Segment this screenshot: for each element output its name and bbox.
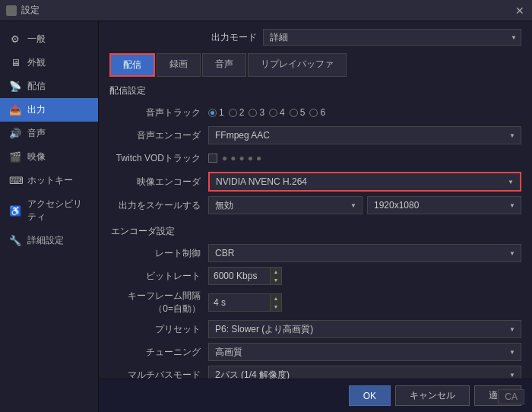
content-area: 出力モード 詳細 基本 配信 録画 音声 xyxy=(99,21,532,379)
multipass-row: マルチパスモード 2パス (1/4 解像度) 2パス (完全解像度) 1パス xyxy=(109,366,521,379)
ok-button[interactable]: OK xyxy=(349,385,391,406)
radio-dot-3[interactable] xyxy=(249,109,257,117)
tab-replay-buffer[interactable]: リプレイバッファ xyxy=(248,53,347,77)
rescale-mode-select[interactable]: 無効 1920x1080 xyxy=(208,196,363,214)
sidebar-label-audio: 音声 xyxy=(27,127,46,140)
video-encoder-row: 映像エンコーダ NVIDIA NVENC H.264 x264 QuickSyn… xyxy=(109,172,521,192)
rescale-output-row: 出力をスケールする 無効 1920x1080 1920x1080 1280x72… xyxy=(109,196,521,214)
sidebar-item-accessibility[interactable]: ♿ アクセシビリティ xyxy=(0,192,98,229)
audio-track-4[interactable]: 4 xyxy=(269,107,285,118)
bitrate-label: ビットレート xyxy=(109,270,208,283)
sidebar-item-streaming[interactable]: 📡 配信 xyxy=(0,74,98,98)
audio-encoder-control: FFmpeg AAC CoreAudio AAC xyxy=(208,126,521,144)
bottom-bar: OK キャンセル 適用 xyxy=(99,379,532,412)
bitrate-input[interactable] xyxy=(209,268,270,284)
twitch-vod-row: Twitch VODトラック ● ● ● ● ● xyxy=(109,149,521,167)
video-encoder-label: 映像エンコーダ xyxy=(109,176,208,189)
preset-control: P6: Slower (より高画質) P5: Slow P4: Medium xyxy=(208,320,521,338)
encoder-section: エンコーダ設定 レート制御 CBR VBR CQP xyxy=(109,225,521,379)
rate-control-select[interactable]: CBR VBR CQP xyxy=(208,244,521,262)
bitrate-row: ビットレート ▲ ▼ xyxy=(109,267,521,285)
tab-recording[interactable]: 録画 xyxy=(157,53,201,77)
video-encoder-select-wrapper: NVIDIA NVENC H.264 x264 QuickSync H.264 xyxy=(210,173,520,190)
rescale-res-wrapper: 1920x1080 1280x720 xyxy=(367,196,521,214)
audio-track-1[interactable]: 1 xyxy=(208,107,224,118)
rate-control-control: CBR VBR CQP xyxy=(208,244,521,262)
sidebar-label-appearance: 外観 xyxy=(27,56,46,69)
keyframe-spinner: ▲ ▼ xyxy=(208,293,282,312)
preset-wrapper: P6: Slower (より高画質) P5: Slow P4: Medium xyxy=(208,320,521,338)
rescale-output-label: 出力をスケールする xyxy=(109,199,208,212)
output-mode-row: 出力モード 詳細 基本 xyxy=(109,29,521,46)
sidebar-label-general: 一般 xyxy=(27,33,46,46)
radio-dot-5[interactable] xyxy=(290,109,298,117)
radio-dot-4[interactable] xyxy=(269,109,277,117)
audio-track-radio-group: 1 2 3 4 xyxy=(208,107,325,118)
output-mode-select[interactable]: 詳細 基本 xyxy=(263,29,521,46)
radio-dot-2[interactable] xyxy=(229,109,237,117)
sidebar-label-streaming: 配信 xyxy=(27,80,46,93)
sidebar-item-audio[interactable]: 🔊 音声 xyxy=(0,122,98,145)
twitch-vod-dots: ● ● ● ● ● xyxy=(222,153,261,163)
ca-badge: CA xyxy=(498,389,524,404)
sidebar-item-video[interactable]: 🎬 映像 xyxy=(0,145,98,169)
bitrate-up[interactable]: ▲ xyxy=(271,268,281,276)
audio-track-label: 音声トラック xyxy=(109,106,208,119)
sidebar-label-advanced: 詳細設定 xyxy=(27,234,64,247)
title-bar: 設定 ✕ xyxy=(0,0,532,21)
rate-control-wrapper: CBR VBR CQP xyxy=(208,244,521,262)
tuning-select[interactable]: 高画質 低レイテンシ xyxy=(208,343,521,361)
sidebar-label-output: 出力 xyxy=(27,103,46,116)
keyframe-input[interactable] xyxy=(209,294,270,311)
audio-icon: 🔊 xyxy=(9,128,21,139)
rescale-res-select[interactable]: 1920x1080 1280x720 xyxy=(367,196,521,214)
sidebar-item-general[interactable]: ⚙ 一般 xyxy=(0,27,98,51)
audio-track-2[interactable]: 2 xyxy=(229,107,245,118)
rate-control-label: レート制御 xyxy=(109,247,208,260)
tuning-wrapper: 高画質 低レイテンシ xyxy=(208,343,521,361)
audio-encoder-row: 音声エンコーダ FFmpeg AAC CoreAudio AAC xyxy=(109,126,521,144)
tab-streaming[interactable]: 配信 xyxy=(109,53,155,77)
sidebar-label-video: 映像 xyxy=(27,151,46,163)
keyframe-label: キーフレーム間隔（0=自動） xyxy=(109,290,208,315)
tab-bar: 配信 録画 音声 リプレイバッファ xyxy=(109,53,521,77)
sidebar-item-appearance[interactable]: 🖥 外観 xyxy=(0,51,98,74)
audio-track-3[interactable]: 3 xyxy=(249,107,264,118)
rate-control-row: レート制御 CBR VBR CQP xyxy=(109,244,521,262)
output-mode-select-wrapper: 詳細 基本 xyxy=(263,29,521,46)
close-button[interactable]: ✕ xyxy=(514,5,526,17)
twitch-vod-checkbox[interactable] xyxy=(208,154,217,163)
bitrate-spinner-buttons: ▲ ▼ xyxy=(270,268,281,284)
sidebar-item-output[interactable]: 📤 出力 xyxy=(0,98,98,122)
audio-track-6[interactable]: 6 xyxy=(309,107,325,118)
keyframe-up[interactable]: ▲ xyxy=(271,294,281,303)
keyframe-row: キーフレーム間隔（0=自動） ▲ ▼ xyxy=(109,290,521,315)
tuning-row: チューニング 高画質 低レイテンシ xyxy=(109,343,521,361)
keyframe-spinner-buttons: ▲ ▼ xyxy=(270,294,281,311)
monitor-icon: 🖥 xyxy=(9,57,21,68)
output-icon: 📤 xyxy=(9,104,21,116)
wrench-icon: 🔧 xyxy=(9,235,21,246)
video-icon: 🎬 xyxy=(9,151,21,163)
radio-dot-1[interactable] xyxy=(208,109,217,117)
cancel-button[interactable]: キャンセル xyxy=(395,385,470,406)
preset-select[interactable]: P6: Slower (より高画質) P5: Slow P4: Medium xyxy=(208,320,521,338)
keyframe-down[interactable]: ▼ xyxy=(271,303,281,311)
rescale-output-control: 無効 1920x1080 1920x1080 1280x720 xyxy=(208,196,521,214)
multipass-control: 2パス (1/4 解像度) 2パス (完全解像度) 1パス xyxy=(208,366,521,379)
keyframe-control: ▲ ▼ xyxy=(208,293,521,312)
multipass-select[interactable]: 2パス (1/4 解像度) 2パス (完全解像度) 1パス xyxy=(208,366,521,379)
video-encoder-highlight: NVIDIA NVENC H.264 x264 QuickSync H.264 xyxy=(208,172,521,192)
video-encoder-select[interactable]: NVIDIA NVENC H.264 x264 QuickSync H.264 xyxy=(210,173,520,190)
tab-audio[interactable]: 音声 xyxy=(202,53,246,77)
output-mode-label: 出力モード xyxy=(211,31,257,44)
section-title: 配信設定 xyxy=(109,84,521,97)
audio-track-5[interactable]: 5 xyxy=(290,107,306,118)
sidebar-item-advanced[interactable]: 🔧 詳細設定 xyxy=(0,229,98,252)
multipass-label: マルチパスモード xyxy=(109,369,208,379)
sidebar-item-hotkeys[interactable]: ⌨ ホットキー xyxy=(0,169,98,192)
radio-dot-6[interactable] xyxy=(309,109,318,117)
bitrate-down[interactable]: ▼ xyxy=(271,276,281,284)
audio-encoder-select[interactable]: FFmpeg AAC CoreAudio AAC xyxy=(208,126,521,144)
twitch-vod-label: Twitch VODトラック xyxy=(109,152,208,165)
